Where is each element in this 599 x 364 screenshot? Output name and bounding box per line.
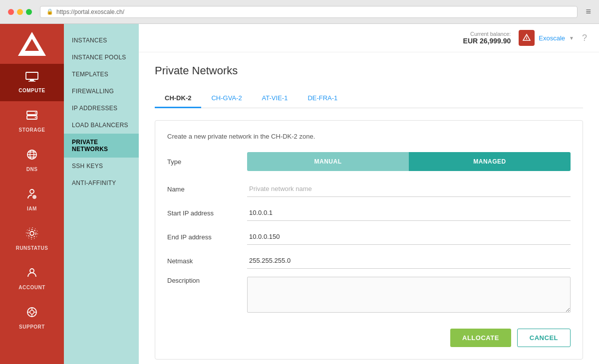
sub-nav-anti-affinity[interactable]: ANTI-AFFINITY bbox=[64, 175, 139, 191]
iam-label: IAM bbox=[27, 206, 37, 211]
netmask-row: Netmask bbox=[167, 253, 571, 269]
user-name: Exoscale bbox=[539, 34, 565, 42]
description-label: Description bbox=[167, 277, 247, 284]
end-ip-row: End IP address bbox=[167, 229, 571, 245]
type-row: Type MANUAL MANAGED bbox=[167, 152, 571, 171]
logo-triangle bbox=[18, 32, 46, 56]
nav-item-dns[interactable]: DNS bbox=[0, 141, 64, 180]
description-textarea[interactable] bbox=[247, 277, 571, 313]
nav-item-storage[interactable]: STORAGE bbox=[0, 101, 64, 141]
dns-icon bbox=[26, 149, 38, 164]
runstatus-icon bbox=[26, 227, 38, 242]
svg-point-17 bbox=[28, 229, 36, 237]
help-icon[interactable]: ? bbox=[582, 33, 587, 43]
user-badge[interactable]: Exoscale ▼ bbox=[519, 30, 574, 46]
svg-rect-1 bbox=[30, 79, 34, 81]
svg-rect-0 bbox=[26, 72, 38, 79]
main-content: Current balance: EUR 26,999.90 Exoscale … bbox=[139, 24, 599, 364]
form-actions: ALLOCATE CANCEL bbox=[167, 325, 571, 347]
dot-red[interactable] bbox=[8, 9, 14, 15]
dns-label: DNS bbox=[26, 167, 38, 172]
form-card: Create a new private network in the CH-D… bbox=[155, 120, 583, 360]
start-ip-row: Start IP address bbox=[167, 205, 571, 221]
runstatus-label: RUNSTATUS bbox=[16, 245, 48, 251]
svg-point-16 bbox=[30, 231, 34, 235]
sub-nav-ssh-keys[interactable]: SSH KEYS bbox=[64, 158, 139, 175]
nav-item-iam[interactable]: IAM bbox=[0, 180, 64, 219]
browser-chrome: 🔒 https://portal.exoscale.ch/ ≡ bbox=[0, 0, 599, 24]
name-row: Name bbox=[167, 181, 571, 197]
url-text: https://portal.exoscale.ch/ bbox=[56, 8, 124, 15]
support-icon bbox=[26, 306, 38, 321]
sub-nav-instances[interactable]: INSTANCES bbox=[64, 32, 139, 49]
dot-green[interactable] bbox=[26, 9, 32, 15]
browser-menu[interactable]: ≡ bbox=[586, 6, 591, 17]
page-body: Private Networks CH-DK-2 CH-GVA-2 AT-VIE… bbox=[139, 52, 599, 364]
svg-rect-2 bbox=[28, 81, 35, 82]
toggle-manual[interactable]: MANUAL bbox=[247, 152, 409, 171]
svg-point-6 bbox=[35, 117, 36, 118]
main-header: Current balance: EUR 26,999.90 Exoscale … bbox=[139, 24, 599, 52]
browser-dots bbox=[8, 9, 32, 15]
sub-nav-templates[interactable]: TEMPLATES bbox=[64, 66, 139, 83]
icon-nav: COMPUTE STORAGE bbox=[0, 24, 64, 364]
tab-ch-dk-2[interactable]: CH-DK-2 bbox=[155, 89, 201, 108]
storage-icon bbox=[26, 109, 38, 124]
balance-info: Current balance: EUR 26,999.90 bbox=[463, 31, 511, 45]
name-input[interactable] bbox=[247, 181, 571, 197]
sub-nav-private-networks[interactable]: PRIVATE NETWORKS bbox=[64, 134, 139, 158]
dot-yellow[interactable] bbox=[17, 9, 23, 15]
end-ip-input[interactable] bbox=[247, 229, 571, 245]
balance-label: Current balance: bbox=[463, 31, 511, 37]
start-ip-label: Start IP address bbox=[167, 209, 247, 217]
type-label: Type bbox=[167, 158, 247, 166]
compute-label: COMPUTE bbox=[18, 88, 45, 93]
type-toggle: MANUAL MANAGED bbox=[247, 152, 571, 171]
svg-point-12 bbox=[30, 189, 34, 193]
allocate-button[interactable]: ALLOCATE bbox=[450, 329, 511, 347]
support-label: SUPPORT bbox=[19, 324, 45, 330]
svg-point-28 bbox=[527, 36, 528, 37]
svg-point-5 bbox=[35, 112, 36, 113]
sub-nav: INSTANCES INSTANCE POOLS TEMPLATES FIREW… bbox=[64, 24, 139, 364]
page-title: Private Networks bbox=[155, 64, 583, 77]
description-row: Description bbox=[167, 277, 571, 313]
logo[interactable] bbox=[0, 24, 64, 64]
nav-item-account[interactable]: ACCOUNT bbox=[0, 259, 64, 298]
user-avatar bbox=[519, 30, 535, 46]
toggle-managed[interactable]: MANAGED bbox=[409, 152, 571, 171]
chevron-down-icon: ▼ bbox=[569, 35, 574, 41]
cancel-button[interactable]: CANCEL bbox=[517, 329, 571, 347]
iam-icon bbox=[26, 188, 38, 203]
nav-item-support[interactable]: SUPPORT bbox=[0, 298, 64, 338]
name-label: Name bbox=[167, 185, 247, 193]
tab-ch-gva-2[interactable]: CH-GVA-2 bbox=[201, 89, 252, 108]
sub-nav-ip-addresses[interactable]: IP ADDRESSES bbox=[64, 100, 139, 117]
zone-tabs: CH-DK-2 CH-GVA-2 AT-VIE-1 DE-FRA-1 bbox=[155, 89, 583, 108]
balance-amount: EUR 26,999.90 bbox=[463, 37, 511, 45]
tab-at-vie-1[interactable]: AT-VIE-1 bbox=[252, 89, 298, 108]
compute-icon bbox=[25, 72, 38, 85]
sub-nav-firewalling[interactable]: FIREWALLING bbox=[64, 83, 139, 100]
tab-de-fra-1[interactable]: DE-FRA-1 bbox=[298, 89, 347, 108]
account-label: ACCOUNT bbox=[18, 285, 45, 290]
form-description: Create a new private network in the CH-D… bbox=[167, 133, 571, 140]
end-ip-label: End IP address bbox=[167, 233, 247, 241]
sub-nav-instance-pools[interactable]: INSTANCE POOLS bbox=[64, 49, 139, 66]
storage-label: STORAGE bbox=[19, 127, 45, 133]
svg-point-21 bbox=[30, 310, 34, 314]
app-layout: COMPUTE STORAGE bbox=[0, 24, 599, 364]
svg-point-19 bbox=[30, 269, 34, 273]
url-bar[interactable]: 🔒 https://portal.exoscale.ch/ bbox=[40, 6, 578, 18]
sub-nav-load-balancers[interactable]: LOAD BALANCERS bbox=[64, 117, 139, 134]
netmask-input[interactable] bbox=[247, 253, 571, 269]
nav-item-compute[interactable]: COMPUTE bbox=[0, 64, 64, 101]
start-ip-input[interactable] bbox=[247, 205, 571, 221]
nav-item-runstatus[interactable]: RUNSTATUS bbox=[0, 219, 64, 259]
account-icon bbox=[26, 267, 38, 282]
netmask-label: Netmask bbox=[167, 257, 247, 265]
